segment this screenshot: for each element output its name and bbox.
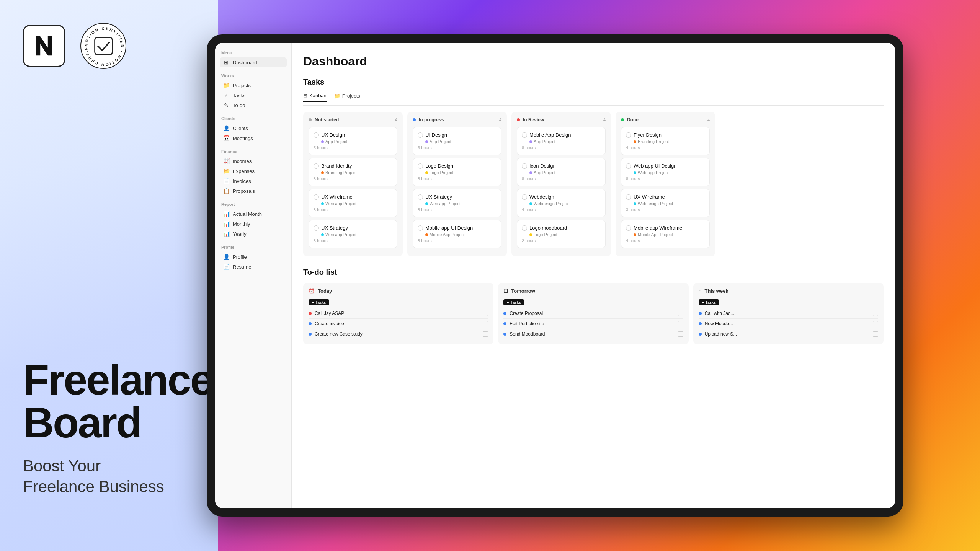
- todo-col-header: ☐ Tomorrow: [503, 288, 683, 294]
- todo-item-checkbox[interactable]: [873, 321, 878, 326]
- task-card[interactable]: UX Strategy Web app Project 8 hours: [413, 189, 501, 217]
- todo-item-text: Upload new S...: [705, 331, 737, 337]
- task-card[interactable]: Mobile app UI Design Mobile App Project …: [413, 220, 501, 248]
- tasks-section-title: Tasks: [303, 78, 884, 86]
- task-card[interactable]: Flyer Design Branding Project 4 hours: [621, 127, 710, 155]
- task-project: App Project: [522, 139, 601, 144]
- task-project: App Project: [314, 139, 392, 144]
- notion-certified-badge: NOTION CERTIFIED · NOTION CERTIFIED ·: [80, 23, 126, 69]
- svg-text:NOTION CERTIFIED · NOTION CERT: NOTION CERTIFIED · NOTION CERTIFIED ·: [81, 24, 124, 67]
- todo-item-checkbox[interactable]: [678, 331, 683, 337]
- kanban-column-1: In progress 4 UI Design App Project 6 ho…: [407, 112, 507, 256]
- sidebar-item-expenses[interactable]: 📂 Expenses: [220, 166, 287, 176]
- task-name: Mobile app UI Design: [418, 225, 497, 231]
- task-project: Web app Project: [314, 232, 392, 237]
- todo-item[interactable]: Create invoice: [309, 319, 488, 329]
- task-card[interactable]: Logo moodboard Logo Project 2 hours: [517, 220, 606, 248]
- task-card[interactable]: UI Design App Project 6 hours: [413, 127, 501, 155]
- task-hours: 8 hours: [418, 207, 497, 212]
- sidebar-item-dashboard[interactable]: ⊞ Dashboard: [220, 57, 287, 67]
- project-dot: [529, 202, 532, 205]
- todo-item[interactable]: Call Jay ASAP: [309, 308, 488, 319]
- task-card[interactable]: UX Design App Project 5 hours: [309, 127, 397, 155]
- todo-item-checkbox[interactable]: [873, 331, 878, 337]
- sidebar-profile-section: Profile 👤 Profile 📄 Resume: [215, 245, 291, 272]
- sidebar-item-todo[interactable]: ✎ To-do: [220, 100, 287, 110]
- project-dot: [529, 171, 532, 174]
- col-count: 4: [603, 117, 606, 122]
- todo-item-text: Create new Case study: [315, 331, 363, 337]
- sidebar-item-yearly[interactable]: 📊 Yearly: [220, 229, 287, 239]
- tab-kanban[interactable]: ⊞ Kanban: [303, 93, 327, 102]
- sidebar-item-projects[interactable]: 📁 Projects: [220, 80, 287, 90]
- sidebar-item-invoices[interactable]: 📄 Invoices: [220, 176, 287, 186]
- todo-item-checkbox[interactable]: [483, 321, 488, 326]
- task-project: Logo Project: [522, 232, 601, 237]
- todo-column-0: ⏰ Today ● Tasks Call Jay ASAP Create inv…: [303, 283, 493, 344]
- task-card[interactable]: Mobile app Wireframe Mobile App Project …: [621, 220, 710, 248]
- task-card[interactable]: Brand Identity Branding Project 8 hours: [309, 158, 397, 186]
- tablet-screen: Menu ⊞ Dashboard Works 📁 Projects ✓ Task…: [215, 43, 895, 508]
- task-project: Branding Project: [626, 139, 705, 144]
- todo-item[interactable]: Create new Case study: [309, 329, 488, 339]
- tablet-device: Menu ⊞ Dashboard Works 📁 Projects ✓ Task…: [207, 34, 903, 517]
- task-card[interactable]: Mobile App Design App Project 8 hours: [517, 127, 606, 155]
- sidebar-item-profile[interactable]: 👤 Profile: [220, 252, 287, 262]
- todo-item-checkbox[interactable]: [678, 321, 683, 326]
- task-hours: 8 hours: [314, 207, 392, 212]
- todo-item[interactable]: Edit Portfolio site: [503, 319, 683, 329]
- todo-item-checkbox[interactable]: [483, 311, 488, 316]
- todo-item[interactable]: Create Proposal: [503, 308, 683, 319]
- col-count: 4: [707, 117, 710, 122]
- task-hours: 8 hours: [626, 176, 705, 181]
- col-status-dot: [413, 118, 416, 121]
- task-name: Icon Design: [522, 163, 601, 169]
- sidebar-item-proposals[interactable]: 📋 Proposals: [220, 186, 287, 196]
- todo-item-checkbox[interactable]: [483, 331, 488, 337]
- todo-item-checkbox[interactable]: [678, 311, 683, 316]
- sidebar-item-monthly[interactable]: 📊 Monthly: [220, 219, 287, 229]
- task-card[interactable]: UX Strategy Web app Project 8 hours: [309, 220, 397, 248]
- task-card[interactable]: Webdesign Webdesign Project 4 hours: [517, 189, 606, 217]
- task-status-circle: [522, 132, 527, 138]
- todo-item[interactable]: Call with Jac...: [699, 308, 878, 319]
- task-hours: 4 hours: [626, 145, 705, 150]
- sidebar-item-incomes[interactable]: 📈 Incomes: [220, 156, 287, 166]
- todo-item[interactable]: Upload new S...: [699, 329, 878, 339]
- todo-section: To-do list ⏰ Today ● Tasks Call Jay ASAP…: [303, 268, 884, 344]
- task-status-circle: [314, 132, 319, 138]
- task-card[interactable]: Web app UI Design Web app Project 8 hour…: [621, 158, 710, 186]
- kanban-column-0: Not started 4 UX Design App Project 5 ho…: [303, 112, 403, 256]
- tab-projects[interactable]: 📁 Projects: [334, 93, 360, 102]
- task-card[interactable]: UX Wireframe Web app Project 8 hours: [309, 189, 397, 217]
- dashboard-icon: ⊞: [223, 59, 230, 65]
- report-label: Report: [220, 202, 287, 207]
- todo-tasks-tab[interactable]: ● Tasks: [503, 299, 524, 305]
- task-card[interactable]: UX Wireframe Webdesign Project 3 hours: [621, 189, 710, 217]
- logos-row: NOTION CERTIFIED · NOTION CERTIFIED ·: [23, 23, 195, 69]
- task-project: Web app Project: [314, 201, 392, 206]
- todo-item-checkbox[interactable]: [873, 311, 878, 316]
- sidebar-item-actual-month[interactable]: 📊 Actual Month: [220, 209, 287, 219]
- todo-item[interactable]: Send Moodboard: [503, 329, 683, 339]
- task-hours: 4 hours: [626, 238, 705, 243]
- task-card[interactable]: Logo Design Logo Project 8 hours: [413, 158, 501, 186]
- todo-item-dot: [503, 333, 506, 336]
- main-title: Freelancer Board: [23, 359, 195, 444]
- todo-tasks-tab[interactable]: ● Tasks: [309, 299, 329, 305]
- sidebar-item-resume[interactable]: 📄 Resume: [220, 262, 287, 272]
- todo-item[interactable]: New Moodb...: [699, 319, 878, 329]
- sidebar-item-tasks[interactable]: ✓ Tasks: [220, 90, 287, 100]
- todo-tasks-tab[interactable]: ● Tasks: [699, 299, 719, 305]
- todo-item-text: Call with Jac...: [705, 311, 734, 316]
- todo-item-dot: [699, 333, 702, 336]
- task-status-circle: [626, 132, 631, 138]
- todo-item-dot: [699, 312, 702, 315]
- todo-columns: ⏰ Today ● Tasks Call Jay ASAP Create inv…: [303, 283, 884, 344]
- project-dot: [425, 233, 428, 236]
- task-name: Flyer Design: [626, 132, 705, 138]
- sidebar-item-clients[interactable]: 👤 Clients: [220, 123, 287, 133]
- sidebar-item-meetings[interactable]: 📅 Meetings: [220, 133, 287, 143]
- task-project: Logo Project: [418, 170, 497, 175]
- task-card[interactable]: Icon Design App Project 8 hours: [517, 158, 606, 186]
